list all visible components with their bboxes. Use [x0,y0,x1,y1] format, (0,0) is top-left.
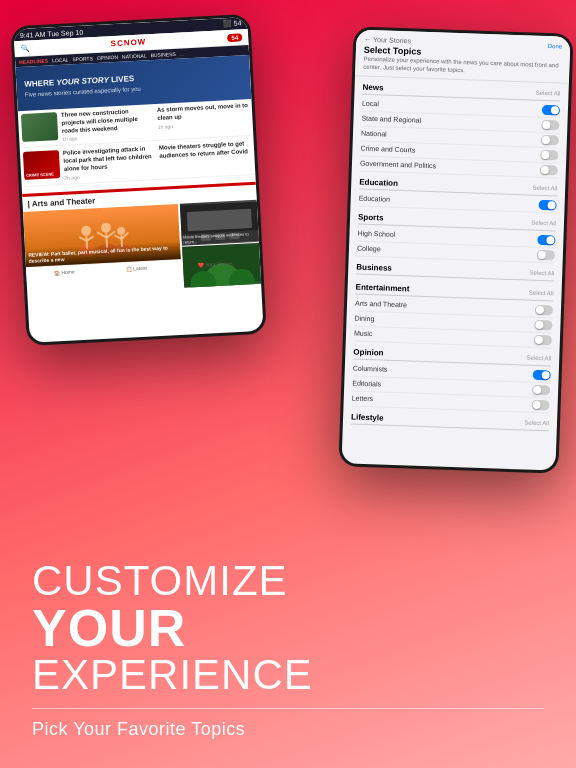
customize-text: CUSTOMIZE [32,560,288,602]
section-title-biz: Business [356,262,392,272]
section-title-opinion: Opinion [353,347,384,357]
svg-point-1 [81,226,92,237]
select-all-news[interactable]: Select All [536,90,561,97]
done-button[interactable]: Done [548,43,563,49]
subtitle-text: Pick Your Favorite Topics [32,719,245,740]
select-all-ent[interactable]: Select All [529,290,554,297]
toggle-letters[interactable] [531,399,549,410]
news-section: News Select All Local State and Regional… [352,76,569,178]
arts-main-image[interactable]: REVIEW: Part ballet, part musical, all f… [23,204,180,267]
topic-label: Arts and Theatre [355,300,407,309]
article-text-crime: Police investigating attack in local par… [63,145,156,180]
experience-text: EXPERIENCE [32,654,313,696]
opinion-section: Opinion Select All Columnists Editorials… [343,341,559,413]
bottom-cta: CUSTOMIZE YOUR EXPERIENCE Pick Your Favo… [0,528,576,768]
toggle-columnists[interactable] [533,369,551,380]
toggle-govt[interactable] [540,164,558,175]
article-title-crime: Police investigating attack in local par… [63,145,156,173]
article-image [21,112,58,142]
topic-label: High School [357,230,395,238]
toggle-state[interactable] [541,120,559,131]
topics-scroll[interactable]: News Select All Local State and Regional… [341,76,568,471]
left-tablet: 9:41 AM Tue Sep 10 ⬛ 54 🔍 SCNOW 54 HEADL… [10,14,266,346]
toggle-local[interactable] [542,105,560,116]
topic-label: Columnists [353,365,388,373]
home-tab[interactable]: 🏠 Home [54,269,75,276]
select-all-opinion[interactable]: Select All [526,355,551,362]
toggle-edu[interactable] [538,199,556,210]
panel-back[interactable]: ← Your Stories [364,36,411,45]
notification-badge[interactable]: 54 [227,33,242,42]
topic-label: Education [359,195,390,203]
topic-label: College [357,245,381,253]
section-title-sports: Sports [358,212,384,222]
article-text-secondary: As storm moves out, move in to clean up … [157,102,250,137]
topic-label: National [361,130,387,138]
toggle-editorials[interactable] [532,384,550,395]
select-all-sports[interactable]: Select All [531,220,556,227]
article-title: Three new construction projects will clo… [61,107,154,135]
sports-section: Sports Select All High School College [349,206,565,263]
topic-label: Dining [354,315,374,323]
toggle-college[interactable] [537,249,555,260]
topic-label: Government and Politics [360,160,436,170]
article-text-theater: Movie theaters struggle to get audiences… [159,140,252,175]
section-title-ent: Entertainment [356,282,410,293]
right-tablet: ← Your Stories Done Select Topics Person… [338,26,573,473]
svg-line-8 [98,232,107,238]
section-header-lifestyle: Lifestyle Select All [351,409,549,431]
toggle-national[interactable] [541,134,559,145]
topic-label: State and Regional [361,115,421,124]
svg-point-6 [101,223,112,234]
latest-tab[interactable]: 📋 Latest [126,265,147,272]
section-title-edu: Education [359,177,398,187]
arts-images: REVIEW: Part ballet, part musical, all f… [23,200,260,267]
toggle-crime[interactable] [540,149,558,160]
battery-display: ⬛ 54 [223,19,242,28]
article-image-crime: CRIME SCENE [23,151,60,181]
toggle-dining[interactable] [534,319,552,330]
toggle-arts[interactable] [535,304,553,315]
arts-secondary-images: Movie theaters struggle audiences to ret… [179,200,259,259]
theater-image[interactable]: Movie theaters struggle audiences to ret… [179,200,258,247]
select-all-edu[interactable]: Select All [532,185,557,192]
search-icon[interactable]: 🔍 [20,44,29,52]
svg-rect-16 [186,208,251,231]
divider [32,708,544,709]
select-all-lifestyle[interactable]: Select All [524,420,549,427]
news-logo: SCNOW [110,37,146,48]
topic-label: Letters [352,395,374,403]
toggle-music[interactable] [534,334,552,345]
entertainment-section: Entertainment Select All Arts and Theatr… [346,276,562,348]
select-all-biz[interactable]: Select All [529,270,554,277]
topic-label: Editorials [352,380,381,388]
your-text: YOUR [32,602,186,654]
svg-point-11 [117,227,125,235]
topics-header: ← Your Stories Done Select Topics Person… [355,29,570,83]
article-row-2[interactable]: CRIME SCENE Police investigating attack … [23,140,252,186]
articles-list: Three new construction projects will clo… [18,99,256,194]
section-title-lifestyle: Lifestyle [351,412,384,422]
topic-label: Local [362,100,379,108]
topic-label: Music [354,330,373,338]
toggle-highschool[interactable] [537,234,555,245]
topic-label: Crime and Courts [360,145,415,154]
section-title-news: News [362,82,383,92]
article-text: Three new construction projects will clo… [61,107,154,142]
article-title-theater: Movie theaters struggle to get audiences… [159,140,252,160]
time-display: 9:41 AM Tue Sep 10 [20,28,84,38]
